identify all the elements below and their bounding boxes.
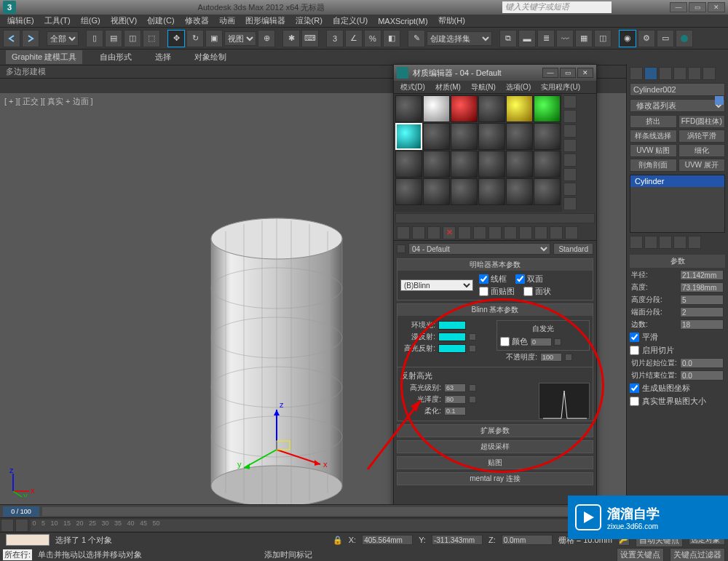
- menu-help[interactable]: 帮助(H): [434, 15, 470, 26]
- soften-spinner[interactable]: 0.1: [444, 407, 466, 415]
- show-end-result-mat-icon[interactable]: [534, 226, 547, 239]
- menu-graph[interactable]: 图形编辑器: [241, 15, 290, 26]
- material-slot[interactable]: [395, 95, 422, 122]
- redo-button[interactable]: [22, 30, 39, 47]
- hsegs-spinner[interactable]: 5: [680, 295, 724, 305]
- reset-material-icon[interactable]: ✕: [443, 226, 456, 239]
- filter-selector[interactable]: 全部: [47, 31, 79, 46]
- assign-material-icon[interactable]: [427, 226, 440, 239]
- select-scale-button[interactable]: ▣: [205, 30, 223, 47]
- trackbar-button2[interactable]: [15, 519, 28, 532]
- select-by-material-icon[interactable]: [563, 197, 577, 210]
- ribbon-subpanel[interactable]: 多边形建模: [0, 65, 728, 79]
- material-slot[interactable]: [451, 95, 478, 122]
- diffuse-map-button[interactable]: [469, 333, 476, 341]
- select-by-name-button[interactable]: ▤: [105, 30, 122, 47]
- material-slot[interactable]: [478, 95, 505, 122]
- maxscript-listener[interactable]: [6, 534, 50, 546]
- modifier-stack[interactable]: Cylinder: [630, 175, 725, 233]
- modify-tab-icon[interactable]: [644, 67, 657, 80]
- sides-spinner[interactable]: 18: [680, 319, 724, 330]
- video-check-icon[interactable]: [563, 154, 577, 167]
- two-sided-checkbox[interactable]: [515, 274, 525, 284]
- get-material-icon[interactable]: [397, 226, 410, 239]
- angle-snap-button[interactable]: ∠: [345, 30, 363, 47]
- material-slot[interactable]: [395, 151, 422, 178]
- ribbon-graphite[interactable]: Graphite 建模工具: [6, 50, 82, 64]
- schematic-view-button[interactable]: ◫: [594, 30, 612, 47]
- material-slot-selected[interactable]: [395, 123, 422, 150]
- pivot-button[interactable]: ⊕: [258, 30, 275, 47]
- ambient-color-swatch[interactable]: [438, 321, 466, 330]
- make-unique-mat-icon[interactable]: [473, 226, 486, 239]
- named-selection-input[interactable]: 创建选择集: [427, 31, 492, 46]
- setkey-button[interactable]: 设置关键点: [617, 548, 664, 562]
- viewport-label[interactable]: [ + ][ 正交 ][ 真实 + 边面 ]: [4, 96, 93, 107]
- select-object-button[interactable]: ▯: [86, 30, 103, 47]
- menu-create[interactable]: 创建(C): [143, 15, 178, 26]
- mat-menu-material[interactable]: 材质(M): [432, 82, 464, 92]
- material-slot[interactable]: [423, 123, 450, 150]
- material-slot[interactable]: [451, 123, 478, 150]
- diffuse-color-swatch[interactable]: [438, 333, 466, 341]
- cylinder-object[interactable]: x y z: [204, 210, 393, 504]
- render-frame-button[interactable]: ▭: [657, 30, 674, 47]
- mat-maximize-button[interactable]: ▭: [560, 68, 576, 78]
- wire-checkbox[interactable]: [479, 274, 488, 284]
- shader-type-select[interactable]: (B)Blinn: [400, 279, 473, 291]
- select-region-button[interactable]: ◫: [124, 30, 141, 47]
- z-coord-input[interactable]: [502, 535, 553, 545]
- select-rotate-button[interactable]: ↻: [186, 30, 204, 47]
- keyboard-shortcut-button[interactable]: ⌨: [301, 30, 319, 47]
- specular-map-button[interactable]: [469, 345, 476, 352]
- material-editor-button[interactable]: ◉: [619, 30, 636, 47]
- menu-tools[interactable]: 工具(T): [40, 15, 75, 26]
- mat-menu-utilities[interactable]: 实用程序(U): [537, 82, 584, 92]
- material-name-input[interactable]: 04 - Default: [408, 243, 550, 255]
- add-time-tag[interactable]: 添加时间标记: [264, 549, 312, 560]
- opacity-map-button[interactable]: [565, 354, 572, 361]
- opacity-spinner[interactable]: 100: [540, 353, 562, 362]
- menu-render[interactable]: 渲染(R): [291, 15, 327, 26]
- gloss-map-button[interactable]: [469, 396, 476, 403]
- menu-group[interactable]: 组(G): [76, 15, 105, 26]
- preset-extrude[interactable]: 挤出: [630, 115, 677, 128]
- spec-level-spinner[interactable]: 63: [444, 383, 466, 392]
- undo-button[interactable]: [3, 30, 20, 47]
- show-map-icon[interactable]: [519, 226, 532, 239]
- utilities-tab-icon[interactable]: [703, 67, 716, 80]
- gloss-spinner[interactable]: 80: [444, 395, 466, 404]
- put-to-scene-icon[interactable]: [412, 226, 425, 239]
- material-slot[interactable]: [423, 178, 450, 205]
- manipulate-button[interactable]: ✱: [282, 30, 300, 47]
- height-spinner[interactable]: 73.198mm: [680, 282, 724, 293]
- preset-uvw-map[interactable]: UVW 贴图: [630, 144, 677, 157]
- material-slot[interactable]: [534, 123, 561, 150]
- gen-uv-checkbox[interactable]: [630, 383, 639, 393]
- menu-animation[interactable]: 动画: [215, 15, 240, 26]
- material-slot[interactable]: [478, 151, 505, 178]
- material-editor-titlebar[interactable]: 材质编辑器 - 04 - Default —▭✕: [394, 65, 596, 81]
- curve-editor-button[interactable]: 〰: [556, 30, 574, 47]
- close-button[interactable]: ✕: [708, 2, 725, 12]
- csegs-spinner[interactable]: 2: [680, 307, 724, 317]
- make-unique-icon[interactable]: [659, 236, 672, 249]
- realworld-checkbox[interactable]: [630, 397, 639, 406]
- mirror-button[interactable]: ⧉: [499, 30, 517, 47]
- percent-snap-button[interactable]: %: [364, 30, 381, 47]
- material-slot[interactable]: [506, 123, 533, 150]
- radius-spinner[interactable]: 21.142mm: [680, 270, 724, 280]
- stack-item-cylinder[interactable]: Cylinder: [630, 175, 724, 187]
- material-slot[interactable]: [506, 178, 533, 205]
- motion-tab-icon[interactable]: [673, 67, 687, 80]
- maximize-button[interactable]: ▭: [689, 2, 706, 12]
- layers-button[interactable]: ≣: [537, 30, 555, 47]
- material-slot[interactable]: [423, 95, 450, 122]
- material-slot[interactable]: [534, 95, 561, 122]
- preset-tessellate[interactable]: 细化: [678, 144, 726, 157]
- material-slot[interactable]: [478, 178, 505, 205]
- minimize-button[interactable]: —: [670, 2, 687, 12]
- modifier-list-dropdown[interactable]: 修改器列表: [630, 99, 725, 112]
- object-color-swatch[interactable]: [715, 96, 724, 105]
- hierarchy-tab-icon[interactable]: [659, 67, 672, 80]
